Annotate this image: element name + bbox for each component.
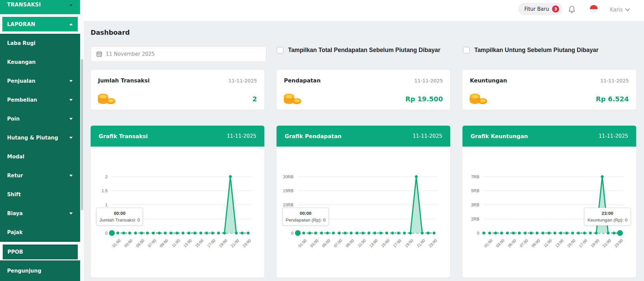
- chart-tooltip: 23:00 Keuntungan (Rp): 0: [584, 208, 631, 226]
- svg-text:01:00: 01:00: [297, 238, 307, 248]
- sidebar-item-pembelian[interactable]: Pembelian: [0, 91, 80, 109]
- checkbox-box[interactable]: [463, 47, 470, 54]
- stat-card-pendapatan: Pendapatan 11-11-2025 Rp 19.500: [277, 70, 450, 110]
- checkbox-total-pendapatan[interactable]: Tampilkan Total Pendapatan Sebelum Piuta…: [277, 47, 440, 54]
- svg-text:01:00: 01:00: [112, 238, 121, 248]
- notification-count-badge: 3: [552, 5, 559, 12]
- date-picker-input[interactable]: 11 November 2025: [91, 46, 266, 62]
- bell-icon[interactable]: [568, 5, 576, 15]
- sidebar-item-poin[interactable]: Poin: [0, 109, 80, 128]
- chevron-down-icon: [69, 118, 73, 120]
- topbar: Fitur Baru 3 Karis: [84, 0, 644, 21]
- sidebar-item-keuangan[interactable]: Keuangan: [0, 53, 80, 72]
- calendar-icon: [96, 51, 102, 57]
- svg-text:13:00: 13:00: [368, 238, 378, 248]
- coins-icon: [283, 91, 302, 106]
- sidebar-item-label: Retur: [7, 173, 23, 179]
- sidebar-item-laba-rugi[interactable]: Laba Rugi: [0, 34, 80, 53]
- checkbox-untung[interactable]: Tampilkan Untung Sebelum Piutang Dibayar: [463, 47, 598, 54]
- sidebar-item-label: Poin: [7, 116, 20, 122]
- sidebar-scrollbar-track: [80, 0, 84, 281]
- svg-text:17:00: 17:00: [578, 238, 588, 248]
- coins-icon: [469, 91, 488, 106]
- sidebar-item-label: LAPORAN: [7, 21, 35, 27]
- chart-canvas[interactable]: 7RB5RB3RB2RB001:0003:0005:0007:0009:0011…: [462, 147, 636, 278]
- sidebar-item-label: Pengunjung: [7, 268, 41, 274]
- sidebar-item-pengunjung[interactable]: Pengunjung: [0, 260, 80, 281]
- indonesia-flag-icon[interactable]: [590, 5, 598, 13]
- chart-canvas[interactable]: 21.510.5001:0003:0005:0007:0009:0011:001…: [91, 147, 264, 278]
- sidebar-item-modal[interactable]: Modal: [0, 147, 80, 166]
- chart-date: 11-11-2025: [227, 133, 256, 139]
- sidebar-item-transaksi[interactable]: TRANSAKSI: [0, 0, 80, 14]
- fitur-baru-button[interactable]: Fitur Baru 3: [518, 3, 563, 15]
- svg-text:07:00: 07:00: [147, 238, 157, 248]
- sidebar-item-label: Keuangan: [7, 59, 36, 65]
- svg-text:1.5: 1.5: [102, 188, 108, 193]
- chart-canvas[interactable]: 20RB15RB10RB5RB001:0003:0005:0007:0009:0…: [277, 147, 450, 278]
- svg-text:2: 2: [105, 175, 108, 179]
- stat-value: 2: [252, 95, 257, 103]
- sidebar-item-ppob[interactable]: PPOB: [3, 245, 78, 259]
- svg-text:23:00: 23:00: [428, 238, 438, 248]
- chevron-down-icon: [69, 175, 73, 177]
- svg-text:3RB: 3RB: [471, 203, 479, 207]
- user-menu[interactable]: Karis: [610, 7, 630, 13]
- fitur-baru-label: Fitur Baru: [524, 6, 549, 12]
- sidebar-item-label: Laba Rugi: [7, 40, 35, 46]
- svg-text:19:00: 19:00: [590, 238, 600, 248]
- stat-value: Rp 19.500: [405, 95, 443, 103]
- sidebar-scrollbar-thumb[interactable]: [81, 59, 83, 210]
- svg-text:21:00: 21:00: [602, 238, 612, 248]
- svg-text:11:00: 11:00: [357, 238, 366, 248]
- svg-text:03:00: 03:00: [123, 238, 133, 248]
- chevron-up-icon: [69, 23, 73, 25]
- chart-card-grafik-transaksi: Grafik Transaksi 11-11-2025 21.510.5001:…: [91, 126, 264, 278]
- svg-text:15:00: 15:00: [194, 238, 204, 248]
- svg-text:13:00: 13:00: [554, 238, 564, 248]
- sidebar-item-label: Shift: [7, 191, 21, 198]
- sidebar-item-label: TRANSAKSI: [7, 2, 41, 8]
- svg-text:1: 1: [105, 203, 108, 207]
- chart-card-header: Grafik Pendapatan 11-11-2025: [277, 126, 450, 147]
- sidebar-item-label: Biaya: [7, 210, 23, 216]
- stat-card-jumlah-transaksi: Jumlah Transaksi 11-11-2025 2: [91, 70, 264, 110]
- svg-text:05:00: 05:00: [321, 238, 331, 248]
- svg-text:03:00: 03:00: [309, 238, 319, 248]
- chart-title: Grafik Pendapatan: [285, 133, 341, 139]
- sidebar-item-retur[interactable]: Retur: [0, 166, 80, 185]
- tooltip-body: Pendapatan (Rp): 0: [284, 218, 327, 223]
- svg-text:23:00: 23:00: [614, 238, 624, 248]
- page-title: Dashboard: [91, 29, 130, 36]
- sidebar-item-pajak[interactable]: Pajak: [0, 223, 80, 242]
- svg-text:01:00: 01:00: [483, 238, 493, 248]
- sidebar-laporan-submenu: Laba Rugi Keuangan Penjualan Pembelian P…: [0, 34, 80, 242]
- svg-text:5RB: 5RB: [471, 188, 479, 193]
- svg-text:09:00: 09:00: [345, 238, 355, 248]
- svg-text:15:00: 15:00: [566, 238, 576, 248]
- chart-card-grafik-keuntungan: Grafik Keuntungan 11-11-2025 7RB5RB3RB2R…: [462, 126, 636, 278]
- sidebar-item-label: PPOB: [7, 249, 23, 255]
- svg-text:11:00: 11:00: [543, 238, 552, 248]
- svg-text:15RB: 15RB: [283, 188, 293, 193]
- sidebar-item-penjualan[interactable]: Penjualan: [0, 72, 80, 91]
- chart-card-header: Grafik Transaksi 11-11-2025: [91, 126, 264, 147]
- stat-date: 11-11-2025: [229, 78, 257, 83]
- user-name: Karis: [610, 7, 623, 13]
- svg-text:7RB: 7RB: [471, 175, 479, 179]
- date-value: 11 November 2025: [106, 51, 155, 57]
- svg-text:07:00: 07:00: [519, 238, 529, 248]
- checkbox-box[interactable]: [277, 47, 284, 54]
- stat-date: 11-11-2025: [600, 78, 629, 83]
- svg-text:09:00: 09:00: [159, 238, 169, 248]
- sidebar-item-biaya[interactable]: Biaya: [0, 204, 80, 223]
- svg-text:11:00: 11:00: [171, 238, 181, 248]
- sidebar-item-hutang-piutang[interactable]: Hutang & Piutang: [0, 128, 80, 147]
- sidebar-item-laporan[interactable]: LAPORAN: [2, 17, 78, 31]
- sidebar-item-shift[interactable]: Shift: [0, 185, 80, 204]
- svg-text:23:00: 23:00: [242, 238, 252, 248]
- sidebar: TRANSAKSI LAPORAN Laba Rugi Keuangan Pen…: [0, 0, 80, 281]
- sidebar-item-label: Hutang & Piutang: [7, 135, 58, 141]
- chart-tooltip: 00:00 Pendapatan (Rp): 0: [282, 208, 329, 226]
- chevron-down-icon: [625, 8, 630, 11]
